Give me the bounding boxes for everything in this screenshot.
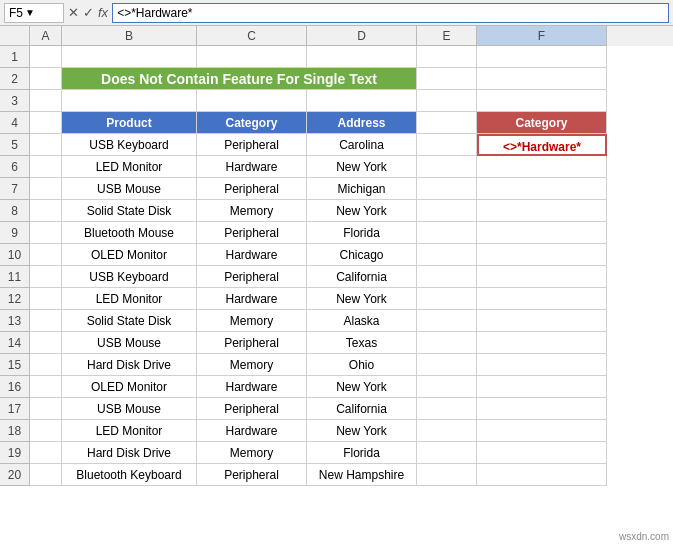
cell-d19[interactable]: Florida (307, 442, 417, 464)
cell-a18[interactable] (30, 420, 62, 442)
cell-d13[interactable]: Alaska (307, 310, 417, 332)
cell-f6[interactable] (477, 156, 607, 178)
cell-d7[interactable]: Michigan (307, 178, 417, 200)
cell-b6[interactable]: LED Monitor (62, 156, 197, 178)
cell-f15[interactable] (477, 354, 607, 376)
cell-reference-box[interactable]: F5 ▼ (4, 3, 64, 23)
cell-b18[interactable]: LED Monitor (62, 420, 197, 442)
cell-d8[interactable]: New York (307, 200, 417, 222)
cell-a7[interactable] (30, 178, 62, 200)
cell-d10[interactable]: Chicago (307, 244, 417, 266)
cell-f17[interactable] (477, 398, 607, 420)
cell-a8[interactable] (30, 200, 62, 222)
cell-f8[interactable] (477, 200, 607, 222)
cell-a11[interactable] (30, 266, 62, 288)
cell-e1[interactable] (417, 46, 477, 68)
col-header-f[interactable]: F (477, 26, 607, 46)
cell-c10[interactable]: Hardware (197, 244, 307, 266)
cell-a1[interactable] (30, 46, 62, 68)
col-header-b[interactable]: B (62, 26, 197, 46)
cell-d9[interactable]: Florida (307, 222, 417, 244)
cell-f13[interactable] (477, 310, 607, 332)
cell-f2[interactable] (477, 68, 607, 90)
cell-b1[interactable] (62, 46, 197, 68)
cell-c3[interactable] (197, 90, 307, 112)
cell-a9[interactable] (30, 222, 62, 244)
cell-c9[interactable]: Peripheral (197, 222, 307, 244)
cell-b17[interactable]: USB Mouse (62, 398, 197, 420)
cell-f1[interactable] (477, 46, 607, 68)
cell-d17[interactable]: California (307, 398, 417, 420)
cell-e10[interactable] (417, 244, 477, 266)
col-header-a[interactable]: A (30, 26, 62, 46)
cell-d18[interactable]: New York (307, 420, 417, 442)
cell-b20[interactable]: Bluetooth Keyboard (62, 464, 197, 486)
cell-c17[interactable]: Peripheral (197, 398, 307, 420)
cell-e11[interactable] (417, 266, 477, 288)
cell-a17[interactable] (30, 398, 62, 420)
cell-a5[interactable] (30, 134, 62, 156)
cell-f5[interactable]: <>*Hardware* (477, 134, 607, 156)
cell-d11[interactable]: California (307, 266, 417, 288)
col-header-d[interactable]: D (307, 26, 417, 46)
cell-e20[interactable] (417, 464, 477, 486)
cell-e4[interactable] (417, 112, 477, 134)
cell-f11[interactable] (477, 266, 607, 288)
cell-f19[interactable] (477, 442, 607, 464)
cell-b7[interactable]: USB Mouse (62, 178, 197, 200)
cancel-icon[interactable]: ✕ (68, 5, 79, 20)
cell-d3[interactable] (307, 90, 417, 112)
cell-f14[interactable] (477, 332, 607, 354)
cell-c1[interactable] (197, 46, 307, 68)
cell-c7[interactable]: Peripheral (197, 178, 307, 200)
formula-input[interactable]: <>*Hardware* (112, 3, 669, 23)
cell-d6[interactable]: New York (307, 156, 417, 178)
cell-a6[interactable] (30, 156, 62, 178)
cell-e14[interactable] (417, 332, 477, 354)
cell-d15[interactable]: Ohio (307, 354, 417, 376)
cell-d5[interactable]: Carolina (307, 134, 417, 156)
fx-icon[interactable]: fx (98, 5, 108, 20)
cell-d14[interactable]: Texas (307, 332, 417, 354)
cell-b8[interactable]: Solid State Disk (62, 200, 197, 222)
cell-d1[interactable] (307, 46, 417, 68)
cell-e6[interactable] (417, 156, 477, 178)
cell-a13[interactable] (30, 310, 62, 332)
cell-e15[interactable] (417, 354, 477, 376)
cell-b15[interactable]: Hard Disk Drive (62, 354, 197, 376)
cell-b16[interactable]: OLED Monitor (62, 376, 197, 398)
cell-e2[interactable] (417, 68, 477, 90)
cell-e19[interactable] (417, 442, 477, 464)
cell-f18[interactable] (477, 420, 607, 442)
cell-e18[interactable] (417, 420, 477, 442)
cell-b12[interactable]: LED Monitor (62, 288, 197, 310)
cell-a15[interactable] (30, 354, 62, 376)
cell-e3[interactable] (417, 90, 477, 112)
cell-e8[interactable] (417, 200, 477, 222)
cell-d20[interactable]: New Hampshire (307, 464, 417, 486)
cell-b11[interactable]: USB Keyboard (62, 266, 197, 288)
cell-f10[interactable] (477, 244, 607, 266)
cell-c13[interactable]: Memory (197, 310, 307, 332)
cell-e9[interactable] (417, 222, 477, 244)
cell-c11[interactable]: Peripheral (197, 266, 307, 288)
cell-e16[interactable] (417, 376, 477, 398)
cell-c16[interactable]: Hardware (197, 376, 307, 398)
cell-a4[interactable] (30, 112, 62, 134)
cell-f3[interactable] (477, 90, 607, 112)
col-header-c[interactable]: C (197, 26, 307, 46)
cell-c18[interactable]: Hardware (197, 420, 307, 442)
cell-b9[interactable]: Bluetooth Mouse (62, 222, 197, 244)
cell-d12[interactable]: New York (307, 288, 417, 310)
cell-c15[interactable]: Memory (197, 354, 307, 376)
cell-a3[interactable] (30, 90, 62, 112)
cell-a19[interactable] (30, 442, 62, 464)
cell-f9[interactable] (477, 222, 607, 244)
cell-e12[interactable] (417, 288, 477, 310)
cell-a10[interactable] (30, 244, 62, 266)
cell-f20[interactable] (477, 464, 607, 486)
cell-b10[interactable]: OLED Monitor (62, 244, 197, 266)
cell-b19[interactable]: Hard Disk Drive (62, 442, 197, 464)
cell-a16[interactable] (30, 376, 62, 398)
cell-e7[interactable] (417, 178, 477, 200)
